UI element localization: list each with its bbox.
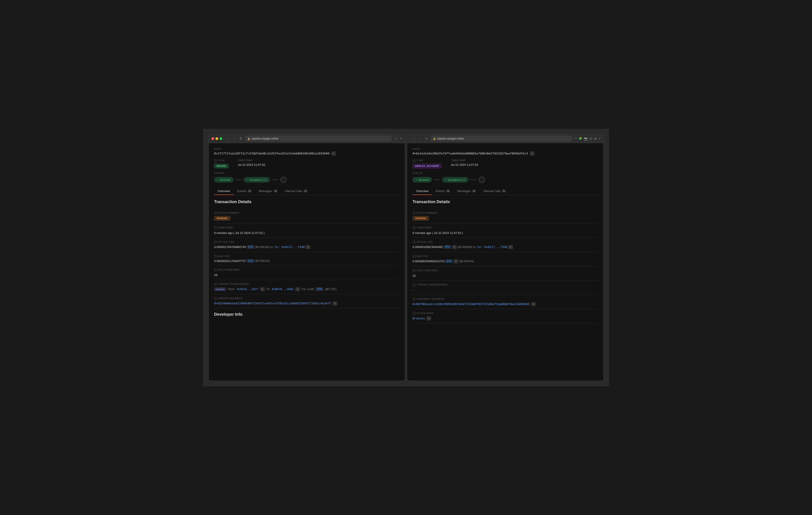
copy-contract-2[interactable]: ⧉ <box>531 302 536 306</box>
timestamp-detail-label-1: ? TIMESTAMP: <box>214 226 400 230</box>
max-fee-value-2: 0.000000294854510723 ETH ⧉ ($0.009764) <box>412 259 598 263</box>
close-tab-2[interactable]: × <box>599 137 601 141</box>
tab-overview-1[interactable]: Overview <box>214 187 234 195</box>
actual-fee-to-link-1[interactable]: to: 0×0117...f3d8 <box>274 245 305 249</box>
hash-row-2: 0×6e1e2e16e28bdfe7d7faa6d49ebe080865e7b0… <box>412 152 598 156</box>
tab-events-1[interactable]: Events 2 <box>234 187 255 195</box>
block-number-label-1: ? BLOCK NUMBER: <box>214 212 400 215</box>
page-content-2: HASH 0×6e1e2e16e28bdfe7d7faa6d49ebe08086… <box>407 143 603 381</box>
type-badge-1: INVOKE <box>214 164 229 168</box>
gas-info-icon-1: ? <box>214 268 217 272</box>
actual-fee-label-2: ? ACTUAL FEE: <box>412 241 598 244</box>
back-button-1[interactable]: ← <box>226 137 231 141</box>
copy-from-1[interactable]: ⧉ <box>260 287 265 291</box>
status-received-2: ✓ Received <box>412 177 432 182</box>
minimize-button-1[interactable] <box>215 137 218 140</box>
tab-overview-2[interactable]: Overview <box>412 187 432 195</box>
title-bar-2: ← → ↻ 🔒 sepolia.voyager.online 🛡 🧩 📷 ⊡ ⊞… <box>407 134 603 143</box>
back-button-2[interactable]: ← <box>412 137 417 141</box>
status-connector-1a <box>235 180 242 180</box>
maxfee-info-icon-1: ? <box>214 255 217 258</box>
gas-label-2: ? GAS CONSUMED: <box>412 269 598 272</box>
tab-messages-1[interactable]: Messages 0 <box>255 187 281 195</box>
type-section-1: ? TYPE INVOKE <box>214 159 229 168</box>
lock-icon-1: 🔒 <box>248 138 250 140</box>
extensions-btn-2[interactable]: 🧩 <box>579 137 582 140</box>
actual-fee-amount-1: 0.000001764764882743 <box>214 245 246 249</box>
messages-badge-1: 0 <box>274 189 278 192</box>
shield-btn-2[interactable]: 🛡 <box>574 137 577 140</box>
timestamp-detail-row-1: ? TIMESTAMP: 6 minutes ago ( Jul 22 2024… <box>214 223 400 238</box>
status-connector-2a <box>434 180 440 180</box>
max-fee-amount-1: 0.000002611764297737 <box>214 259 246 263</box>
eth-badge-actual-1: ETH <box>247 245 254 249</box>
transfer-from-link-1[interactable]: 0×0324...2677 <box>237 287 258 291</box>
screenshot-btn-2[interactable]: 📷 <box>584 137 588 141</box>
status-flow-2: ✓ Received ✓ Accepted on L2 <box>412 177 598 183</box>
close-tab-1[interactable]: × <box>400 137 402 141</box>
gas-row-2: ? GAS CONSUMED: 22 <box>412 266 598 281</box>
maxfee-info-icon-2: ? <box>412 255 416 258</box>
page-content-1: HASH 0×2717717a1e29ff2cfc578dfded8c2e353… <box>209 143 405 381</box>
hash-row-1: 0×2717717a1e29ff2cfc578dfded8c2e3537ec02… <box>214 152 400 156</box>
copy-hash-button-2[interactable]: ⧉ <box>530 152 534 156</box>
maximize-button-1[interactable] <box>220 137 222 140</box>
tokens-info-icon-2: ? <box>412 283 416 286</box>
copy-hash-button-1[interactable]: ⧉ <box>331 152 336 156</box>
meta-row-1: ? TYPE INVOKE TIMESTAMP Jul 22 2024 11:0… <box>214 159 400 168</box>
tab-events-2[interactable]: Events 2 <box>432 187 454 195</box>
tab-internal-calls-2[interactable]: Internal Calls 2 <box>480 187 509 195</box>
block-pending-badge-1: PENDING <box>214 216 230 220</box>
copy-fee-to-2[interactable]: ⧉ <box>508 245 513 249</box>
copy-sender-1[interactable]: ⧉ <box>332 301 337 305</box>
tokens-label-1: ? TOKENS TRANSFERRED: <box>214 283 400 286</box>
max-fee-value-1: 0.000002611764297737 ETH ($0.009124) <box>214 259 400 263</box>
sender-value-1[interactable]: 0×0324b04e5a4270605007334372ce455c47581e… <box>214 302 331 305</box>
status-label-2: STATUS <box>412 172 598 174</box>
max-fee-amount-2: 0.000000294854510723 <box>412 260 444 263</box>
copy-fee-to-1[interactable]: ⧉ <box>306 245 310 249</box>
status-section-1: STATUS ✓ Received ✓ Accepted on L2 <box>214 172 400 183</box>
tabs-row-1: Overview Events 2 Messages 0 Internal Ca… <box>214 187 400 195</box>
copy-hash-btn-1[interactable]: ⧉ <box>394 137 398 141</box>
transfer-to-link-1[interactable]: 0×0679...2645 <box>272 287 293 291</box>
timestamp-detail-row-2: ? TIMESTAMP: 6 minutes ago ( Jul 22 2024… <box>412 223 598 238</box>
check-icon-accepted-2: ✓ <box>445 178 447 181</box>
split-btn-2[interactable]: ⊞ <box>594 137 597 141</box>
tab-messages-2[interactable]: Messages 0 <box>454 187 480 195</box>
timestamp-section-1: TIMESTAMP Jul 22 2024 11:07:02 <box>238 159 265 168</box>
actual-fee-to-link-2[interactable]: to: 0×0117...f3d8 <box>477 245 507 249</box>
timestamp-detail-value-2: 6 minutes ago ( Jul 22 2024 11:07:02 ) <box>412 231 463 235</box>
address-bar-2[interactable]: 🔒 sepolia.voyager.online <box>431 135 572 142</box>
messages-badge-2: 0 <box>472 189 476 192</box>
transfer-for-label-1: For: 0.025 <box>302 287 314 291</box>
address-bar-1[interactable]: 🔒 sepolia.voyager.online <box>245 135 392 142</box>
contract-value-2[interactable]: 0×067902aa3c1c65b35995d5bfe04f1fe949795f… <box>412 302 530 306</box>
status-label-1: STATUS <box>214 172 400 174</box>
copy-to-1[interactable]: ⧉ <box>295 287 300 291</box>
refresh-button-2[interactable]: ↻ <box>424 137 429 141</box>
sender-label-1: ? SENDER ADDRESS: <box>214 297 400 300</box>
status-connector-2b <box>470 180 477 180</box>
window-controls-1 <box>211 137 222 140</box>
browser-window-1: ← → ☰ 🔒 sepolia.voyager.online ⧉ × HASH … <box>208 134 405 381</box>
block-number-row-1: ? BLOCK NUMBER: PENDING <box>214 209 400 223</box>
max-fee-label-2: ? MAX FEE: <box>412 255 598 258</box>
copy-eth-max-2[interactable]: ⧉ <box>454 259 458 263</box>
fee-info-icon-1: ? <box>214 241 217 244</box>
block-pending-badge-2: PENDING <box>412 216 429 220</box>
tab-internal-calls-1[interactable]: Internal Calls 2 <box>281 187 311 195</box>
pip-btn-2[interactable]: ⊡ <box>589 137 592 141</box>
hash-label-1: HASH <box>214 148 400 150</box>
copy-eth-actual-2[interactable]: ⧉ <box>452 245 457 249</box>
max-fee-row-1: ? MAX FEE: 0.000002611764297737 ETH ($0.… <box>214 252 400 266</box>
forward-button-2[interactable]: → <box>418 137 423 141</box>
tokens-info-icon-1: ? <box>214 283 217 286</box>
copy-class-2[interactable]: ⧉ <box>426 316 431 321</box>
forward-button-1[interactable]: → <box>232 137 237 141</box>
status-received-1: ✓ Received <box>214 177 233 182</box>
close-button-1[interactable] <box>211 137 214 140</box>
eth-badge-actual-2: ETH <box>444 245 451 249</box>
class-value-2[interactable]: Braavos <box>412 316 425 320</box>
check-icon-received-1: ✓ <box>217 178 219 181</box>
